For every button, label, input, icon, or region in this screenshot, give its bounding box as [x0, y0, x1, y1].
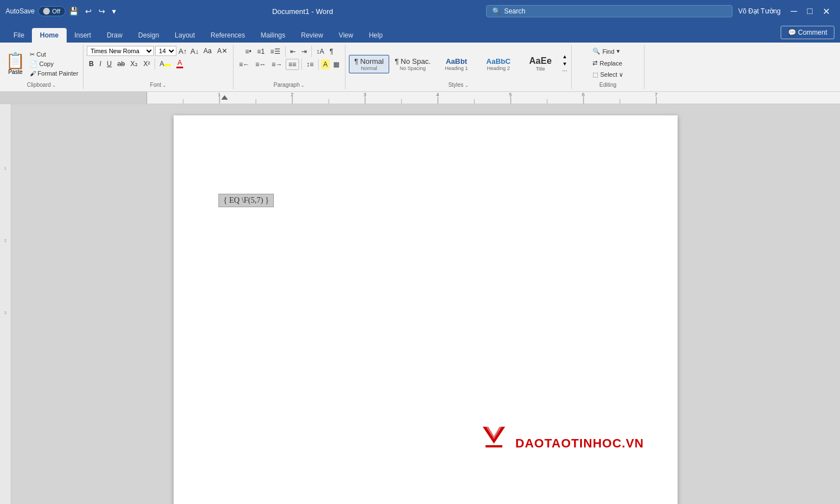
borders-button[interactable]: ▦	[331, 59, 342, 69]
style-heading2[interactable]: AaBbC Heading 2	[478, 55, 519, 73]
ruler-indent[interactable]	[221, 93, 228, 100]
styles-more[interactable]: ⋯	[562, 68, 568, 74]
cut-button[interactable]: ✂ Cut	[29, 50, 80, 59]
ribbon-tab-bar: File Home Insert Draw Design Layout Refe…	[0, 22, 840, 43]
style-heading2-label: Heading 2	[487, 66, 510, 71]
style-title[interactable]: AaEe Title	[520, 54, 561, 74]
maximize-button[interactable]: □	[802, 5, 817, 18]
doc-title: Document1 - Word	[119, 7, 487, 16]
watermark-text: DAOTAOTINHOC.VN	[515, 436, 644, 451]
svg-text:2: 2	[291, 92, 293, 97]
tab-help[interactable]: Help	[361, 28, 391, 43]
comment-button[interactable]: 💬 Comment	[781, 26, 834, 39]
increase-indent-button[interactable]: ⇥	[299, 46, 309, 57]
main-area: 1 2 3 { EQ \F(5,7) } DAOTAOTINHOC	[0, 104, 840, 504]
bullets-button[interactable]: ≡•	[243, 46, 254, 57]
undo-button[interactable]: ↩	[82, 4, 95, 18]
replace-button[interactable]: ⇄ Replace	[588, 58, 627, 68]
tab-mailings[interactable]: Mailings	[253, 28, 293, 43]
underline-button[interactable]: U	[105, 59, 114, 69]
customize-button[interactable]: ▾	[109, 4, 119, 18]
select-button[interactable]: ⬚ Select ∨	[588, 69, 628, 80]
styles-label: Styles	[448, 82, 463, 89]
find-button[interactable]: 🔍 Find ▾	[588, 46, 624, 57]
show-formatting-button[interactable]: ¶	[328, 46, 335, 57]
paste-button[interactable]: 📋 Paste	[3, 51, 27, 77]
font-name-select[interactable]: Times New Roma	[87, 46, 154, 56]
separator2	[285, 46, 286, 57]
tab-draw[interactable]: Draw	[99, 28, 130, 43]
strikethrough-button[interactable]: ab	[115, 59, 127, 69]
tab-file[interactable]: File	[6, 28, 32, 43]
align-center-button[interactable]: ≡↔	[253, 59, 268, 69]
style-heading1[interactable]: AaBbt Heading 1	[436, 55, 477, 73]
font-color-button[interactable]: A	[174, 58, 185, 69]
paragraph-label: Paragraph	[274, 82, 300, 89]
superscript-button[interactable]: X²	[141, 59, 152, 69]
style-no-spacing[interactable]: ¶ No Spac. No Spacing	[391, 55, 435, 73]
styles-scroll-down[interactable]: ▼	[562, 60, 568, 67]
decrease-indent-button[interactable]: ⇤	[288, 46, 298, 57]
search-bar[interactable]: 🔍 Search	[486, 5, 732, 17]
shading-button[interactable]: A	[321, 59, 330, 69]
clear-formatting-button[interactable]: A✕	[215, 46, 230, 56]
style-heading1-label: Heading 1	[445, 66, 468, 71]
paragraph-content: ≡• ≡1 ≡☰ ⇤ ⇥ ↕A ¶ ≡← ≡↔ ≡→ ≡≡ ↕≡ A ▦	[237, 46, 342, 82]
font-size-increase-button[interactable]: A↑	[178, 46, 188, 56]
tab-review[interactable]: Review	[293, 28, 331, 43]
paragraph-expand-icon[interactable]: ⌄	[301, 83, 305, 88]
ruler-left	[0, 92, 147, 104]
font-expand-icon[interactable]: ⌄	[162, 83, 166, 88]
subscript-button[interactable]: X₂	[128, 59, 140, 69]
doc-page[interactable]: { EQ \F(5,7) } DAOTAOTINHOC.VN	[174, 115, 678, 504]
tab-view[interactable]: View	[331, 28, 361, 43]
font-row1: Times New Roma 14 A↑ A↓ Aa A✕	[87, 46, 230, 56]
svg-marker-22	[483, 427, 505, 444]
numbering-button[interactable]: ≡1	[255, 46, 267, 57]
font-size-decrease-button[interactable]: A↓	[189, 46, 200, 56]
para-row1: ≡• ≡1 ≡☰ ⇤ ⇥ ↕A ¶	[243, 46, 335, 57]
editing-label: Editing	[599, 82, 617, 89]
line-spacing-button[interactable]: ↕≡	[304, 59, 316, 69]
minimize-button[interactable]: ─	[786, 5, 801, 18]
multilevel-list-button[interactable]: ≡☰	[268, 46, 283, 57]
styles-expand-icon[interactable]: ⌄	[465, 83, 469, 88]
style-normal-preview: ¶ Normal	[354, 57, 384, 66]
ruler-mark-2: 2	[4, 238, 6, 243]
bold-button[interactable]: B	[87, 59, 96, 69]
tab-home[interactable]: Home	[32, 28, 66, 43]
text-highlight-button[interactable]: A▬	[157, 59, 173, 69]
close-button[interactable]: ✕	[818, 5, 834, 18]
redo-button[interactable]: ↪	[95, 4, 109, 18]
doc-area[interactable]: { EQ \F(5,7) } DAOTAOTINHOC.VN	[11, 104, 840, 504]
format-painter-button[interactable]: 🖌 Format Painter	[29, 69, 80, 77]
tab-insert[interactable]: Insert	[67, 28, 99, 43]
sort-button[interactable]: ↕A	[314, 46, 326, 57]
justify-button[interactable]: ≡≡	[286, 59, 299, 70]
save-button[interactable]: 💾	[66, 4, 82, 18]
italic-button[interactable]: I	[97, 59, 103, 69]
clipboard-expand-icon[interactable]: ⌄	[52, 83, 56, 88]
tab-design[interactable]: Design	[130, 28, 167, 43]
svg-text:3: 3	[363, 92, 366, 97]
align-left-button[interactable]: ≡←	[237, 59, 252, 69]
align-right-button[interactable]: ≡→	[269, 59, 284, 69]
field-code[interactable]: { EQ \F(5,7) }	[218, 194, 274, 207]
autosave-toggle[interactable]: Off	[38, 6, 65, 16]
styles-gallery: ¶ Normal Normal ¶ No Spac. No Spacing Aa…	[349, 54, 561, 74]
separator4	[301, 59, 302, 70]
editing-content: 🔍 Find ▾ ⇄ Replace ⬚ Select ∨	[588, 46, 628, 82]
search-placeholder: Search	[504, 7, 525, 15]
styles-scroll-up[interactable]: ▲	[562, 53, 568, 60]
watermark-logo	[477, 424, 511, 463]
font-group: Times New Roma 14 A↑ A↓ Aa A✕ B I U ab X…	[83, 45, 234, 89]
change-case-button[interactable]: Aa	[201, 46, 214, 56]
paste-icon: 📋	[6, 53, 25, 69]
paragraph-group: ≡• ≡1 ≡☰ ⇤ ⇥ ↕A ¶ ≡← ≡↔ ≡→ ≡≡ ↕≡ A ▦	[234, 45, 346, 89]
copy-button[interactable]: 📄 Copy	[29, 60, 80, 68]
style-normal[interactable]: ¶ Normal Normal	[349, 55, 389, 73]
styles-label-row: Styles ⌄	[448, 82, 468, 89]
tab-references[interactable]: References	[203, 28, 253, 43]
font-size-select[interactable]: 14	[155, 46, 176, 56]
tab-layout[interactable]: Layout	[167, 28, 203, 43]
